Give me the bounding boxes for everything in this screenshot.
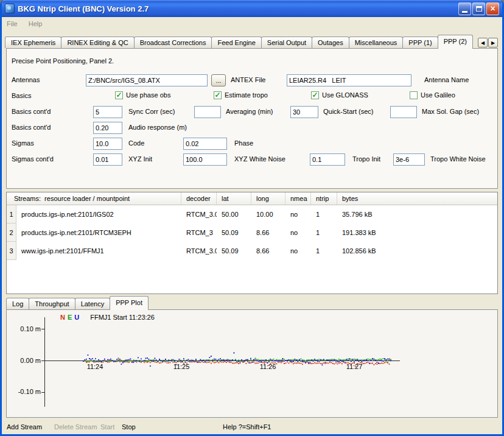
tab-outages[interactable]: Outages — [312, 37, 349, 48]
row-number: 2 — [7, 223, 16, 242]
stream-cell: products.igs-ip.net:2101/RTCM3EPH — [16, 223, 181, 242]
label-sigmas: Sigmas — [12, 139, 34, 147]
window-title: BKG Ntrip Client (BNC) Version 2.7 — [18, 4, 458, 13]
audio-response-input[interactable] — [93, 122, 122, 134]
stream-cell: 1 — [311, 205, 337, 223]
estimate-tropo-checkbox[interactable]: ✓ Estimate tropo — [214, 91, 268, 99]
averaging-input[interactable] — [194, 106, 221, 118]
checkbox-label: Use GLONASS — [322, 91, 368, 99]
column-header-long[interactable]: long — [251, 192, 285, 205]
window-controls: × — [458, 2, 499, 15]
stream-row[interactable]: 1products.igs-ip.net:2101/IGS02RTCM_3.05… — [7, 205, 497, 223]
stream-cell: no — [285, 223, 311, 242]
stream-cell: 102.856 kB — [337, 242, 497, 260]
use-galileo-checkbox[interactable]: Use Galileo — [410, 91, 455, 99]
menu-file[interactable]: File — [7, 20, 18, 27]
use-phase-obs-checkbox[interactable]: ✓ Use phase obs — [115, 91, 170, 99]
tab-scroll-right-button[interactable]: ▶ — [488, 38, 498, 47]
tropo-white-noise-input[interactable] — [393, 153, 425, 166]
checkbox-icon: ✓ — [214, 91, 222, 99]
delete-stream-button[interactable]: Delete Stream — [54, 423, 97, 431]
label-code: Code — [128, 139, 144, 147]
label-antex-file: ANTEX File — [231, 76, 265, 83]
sigma-phase-input[interactable] — [183, 138, 227, 150]
tabstrip: IEX Ephemeris RINEX Editing & QC Broadca… — [5, 34, 473, 49]
tab-scroll-left-button[interactable]: ◀ — [478, 38, 488, 47]
stream-cell: 50.09 — [217, 242, 251, 260]
panel-heading: Precise Point Positioning, Panel 2. — [12, 57, 114, 65]
row-number: 1 — [7, 205, 16, 223]
stream-cell: 8.66 — [251, 242, 285, 260]
minimize-icon — [462, 11, 467, 13]
tropo-init-input[interactable] — [310, 153, 345, 166]
tab-feed-engine[interactable]: Feed Engine — [211, 37, 261, 48]
app-icon — [5, 4, 15, 13]
column-header-nmea[interactable]: nmea — [285, 192, 311, 205]
browse-antex-button[interactable]: ... — [211, 74, 226, 86]
streams-table: Streams: resource loader / mountpoint de… — [6, 192, 498, 294]
stream-cell: RTCM_3 — [181, 223, 217, 242]
quick-start-input[interactable] — [290, 106, 318, 118]
stream-cell: 50.00 — [217, 205, 251, 223]
tab-broadcast-corrections[interactable]: Broadcast Corrections — [134, 37, 212, 48]
stop-button[interactable]: Stop — [122, 423, 136, 431]
label-quick-start: Quick-Start (sec) — [323, 108, 374, 115]
tab-ppp-plot[interactable]: PPP Plot — [110, 296, 149, 310]
label-sigmas-contd: Sigmas cont'd — [12, 155, 54, 163]
tab-ppp-2[interactable]: PPP (2) — [438, 35, 473, 49]
checkbox-icon: ✓ — [311, 91, 319, 99]
antenna-name-input[interactable] — [287, 74, 411, 86]
antennas-path-input[interactable] — [86, 74, 208, 86]
menubar: File Help — [2, 17, 502, 30]
ppp2-panel: Precise Point Positioning, Panel 2. Ante… — [6, 48, 498, 189]
stream-row[interactable]: 2products.igs-ip.net:2101/RTCM3EPHRTCM_3… — [7, 223, 497, 242]
stream-cell: products.igs-ip.net:2101/IGS02 — [16, 205, 181, 223]
minimize-button[interactable] — [458, 2, 471, 15]
add-stream-button[interactable]: Add Stream — [7, 423, 42, 431]
maximize-button[interactable] — [472, 2, 485, 15]
stream-cell: 50.09 — [217, 223, 251, 242]
menu-help[interactable]: Help — [29, 20, 43, 27]
right-arrow-icon: ▶ — [491, 40, 495, 46]
label-audio-response: Audio response (m) — [128, 124, 187, 131]
stream-row[interactable]: 3www.igs-ip.net:2101/FFMJ1RTCM_3.050.098… — [7, 242, 497, 260]
stream-cell: 1 — [311, 242, 337, 260]
label-tropo-init: Tropo Init — [352, 155, 380, 163]
column-header-lat[interactable]: lat — [217, 192, 251, 205]
maximize-icon — [476, 6, 482, 12]
tab-latency[interactable]: Latency — [75, 298, 111, 309]
streams-body: 1products.igs-ip.net:2101/IGS02RTCM_3.05… — [7, 205, 497, 260]
tab-throughput[interactable]: Throughput — [29, 298, 75, 309]
column-header-decoder[interactable]: decoder — [181, 192, 217, 205]
checkbox-label: Estimate tropo — [225, 91, 268, 99]
tab-ppp-1[interactable]: PPP (1) — [402, 37, 438, 48]
stream-cell: RTCM_3.0 — [181, 242, 217, 260]
bottom-tabstrip: Log Throughput Latency PPP Plot — [6, 297, 149, 310]
bnc-window: BKG Ntrip Client (BNC) Version 2.7 × Fil… — [0, 0, 504, 436]
max-sol-gap-input[interactable] — [390, 106, 417, 118]
tab-rinex-editing-qc[interactable]: RINEX Editing & QC — [61, 37, 134, 48]
column-header-bytes[interactable]: bytes — [337, 192, 497, 205]
row-number: 3 — [7, 242, 16, 260]
sync-corr-input[interactable] — [93, 106, 122, 118]
tab-serial-output[interactable]: Serial Output — [261, 37, 312, 48]
tab-miscellaneous[interactable]: Miscellaneous — [349, 37, 404, 48]
xyz-init-input[interactable] — [93, 153, 122, 166]
column-header-ntrip[interactable]: ntrip — [311, 192, 337, 205]
stream-cell: 10.00 — [251, 205, 285, 223]
start-button[interactable]: Start — [100, 423, 114, 431]
label-max-sol-gap: Max Sol. Gap (sec) — [422, 108, 479, 115]
ppp-scatter — [7, 310, 497, 417]
close-button[interactable]: × — [486, 2, 499, 15]
titlebar[interactable]: BKG Ntrip Client (BNC) Version 2.7 × — [2, 0, 502, 17]
label-antennas: Antennas — [12, 76, 40, 83]
tab-log[interactable]: Log — [6, 298, 29, 309]
column-header-mountpoint[interactable]: Streams: resource loader / mountpoint — [7, 192, 181, 205]
tab-rinex-ephemeris[interactable]: IEX Ephemeris — [5, 37, 61, 48]
label-averaging: Averaging (min) — [226, 108, 273, 115]
use-glonass-checkbox[interactable]: ✓ Use GLONASS — [311, 91, 368, 99]
stream-cell: www.igs-ip.net:2101/FFMJ1 — [16, 242, 181, 260]
sigma-code-input[interactable] — [93, 138, 122, 150]
xyz-white-noise-input[interactable] — [183, 153, 227, 166]
label-basics-contd-2: Basics cont'd — [12, 124, 51, 131]
